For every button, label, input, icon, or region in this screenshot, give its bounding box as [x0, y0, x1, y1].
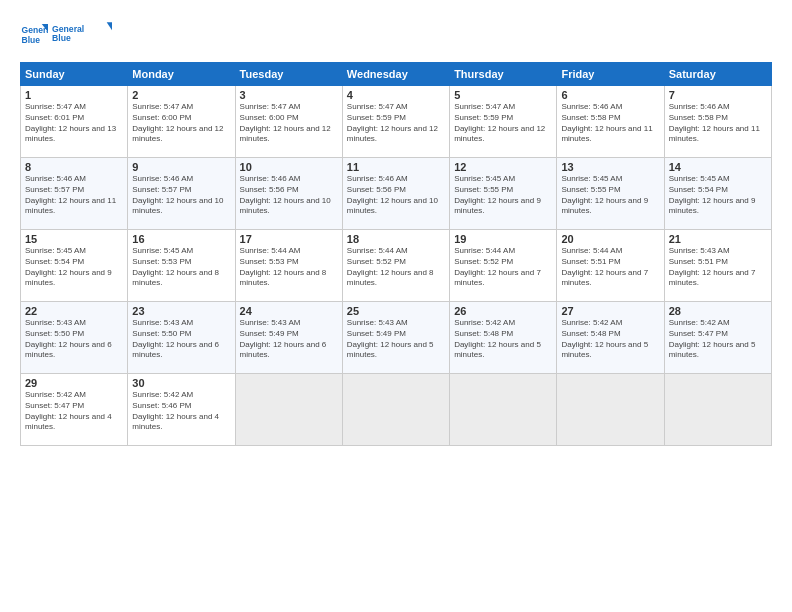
- calendar-cell: 27Sunrise: 5:42 AMSunset: 5:48 PMDayligh…: [557, 302, 664, 374]
- day-number: 20: [561, 233, 659, 245]
- calendar-cell: [664, 374, 771, 446]
- day-info: Sunrise: 5:46 AMSunset: 5:57 PMDaylight:…: [132, 174, 230, 217]
- calendar-cell: 9Sunrise: 5:46 AMSunset: 5:57 PMDaylight…: [128, 158, 235, 230]
- calendar-cell: 14Sunrise: 5:45 AMSunset: 5:54 PMDayligh…: [664, 158, 771, 230]
- day-info: Sunrise: 5:42 AMSunset: 5:46 PMDaylight:…: [132, 390, 230, 433]
- day-info: Sunrise: 5:45 AMSunset: 5:55 PMDaylight:…: [561, 174, 659, 217]
- calendar-cell: 20Sunrise: 5:44 AMSunset: 5:51 PMDayligh…: [557, 230, 664, 302]
- dow-header-friday: Friday: [557, 63, 664, 86]
- calendar-cell: 30Sunrise: 5:42 AMSunset: 5:46 PMDayligh…: [128, 374, 235, 446]
- svg-text:General: General: [22, 25, 48, 35]
- calendar-cell: 8Sunrise: 5:46 AMSunset: 5:57 PMDaylight…: [21, 158, 128, 230]
- calendar-cell: 19Sunrise: 5:44 AMSunset: 5:52 PMDayligh…: [450, 230, 557, 302]
- day-number: 4: [347, 89, 445, 101]
- svg-text:Blue: Blue: [22, 35, 41, 45]
- day-number: 11: [347, 161, 445, 173]
- day-number: 26: [454, 305, 552, 317]
- dow-header-monday: Monday: [128, 63, 235, 86]
- day-number: 8: [25, 161, 123, 173]
- calendar-cell: 13Sunrise: 5:45 AMSunset: 5:55 PMDayligh…: [557, 158, 664, 230]
- calendar-cell: 5Sunrise: 5:47 AMSunset: 5:59 PMDaylight…: [450, 86, 557, 158]
- calendar-cell: [342, 374, 449, 446]
- day-number: 12: [454, 161, 552, 173]
- calendar-cell: 22Sunrise: 5:43 AMSunset: 5:50 PMDayligh…: [21, 302, 128, 374]
- day-number: 19: [454, 233, 552, 245]
- calendar-cell: 25Sunrise: 5:43 AMSunset: 5:49 PMDayligh…: [342, 302, 449, 374]
- calendar-cell: 10Sunrise: 5:46 AMSunset: 5:56 PMDayligh…: [235, 158, 342, 230]
- day-info: Sunrise: 5:47 AMSunset: 6:00 PMDaylight:…: [132, 102, 230, 145]
- calendar-cell: 29Sunrise: 5:42 AMSunset: 5:47 PMDayligh…: [21, 374, 128, 446]
- svg-text:Blue: Blue: [52, 33, 71, 43]
- day-info: Sunrise: 5:42 AMSunset: 5:48 PMDaylight:…: [561, 318, 659, 361]
- day-info: Sunrise: 5:43 AMSunset: 5:50 PMDaylight:…: [132, 318, 230, 361]
- day-info: Sunrise: 5:47 AMSunset: 5:59 PMDaylight:…: [347, 102, 445, 145]
- calendar-cell: [235, 374, 342, 446]
- day-number: 24: [240, 305, 338, 317]
- dow-header-thursday: Thursday: [450, 63, 557, 86]
- calendar-cell: 3Sunrise: 5:47 AMSunset: 6:00 PMDaylight…: [235, 86, 342, 158]
- day-info: Sunrise: 5:46 AMSunset: 5:56 PMDaylight:…: [347, 174, 445, 217]
- day-number: 28: [669, 305, 767, 317]
- day-info: Sunrise: 5:46 AMSunset: 5:57 PMDaylight:…: [25, 174, 123, 217]
- day-number: 7: [669, 89, 767, 101]
- calendar-cell: 23Sunrise: 5:43 AMSunset: 5:50 PMDayligh…: [128, 302, 235, 374]
- dow-header-wednesday: Wednesday: [342, 63, 449, 86]
- day-info: Sunrise: 5:43 AMSunset: 5:49 PMDaylight:…: [347, 318, 445, 361]
- day-number: 16: [132, 233, 230, 245]
- day-number: 2: [132, 89, 230, 101]
- day-info: Sunrise: 5:44 AMSunset: 5:52 PMDaylight:…: [454, 246, 552, 289]
- calendar-cell: 11Sunrise: 5:46 AMSunset: 5:56 PMDayligh…: [342, 158, 449, 230]
- day-info: Sunrise: 5:43 AMSunset: 5:49 PMDaylight:…: [240, 318, 338, 361]
- day-info: Sunrise: 5:45 AMSunset: 5:53 PMDaylight:…: [132, 246, 230, 289]
- day-info: Sunrise: 5:46 AMSunset: 5:56 PMDaylight:…: [240, 174, 338, 217]
- calendar-cell: 21Sunrise: 5:43 AMSunset: 5:51 PMDayligh…: [664, 230, 771, 302]
- day-number: 13: [561, 161, 659, 173]
- day-number: 10: [240, 161, 338, 173]
- day-info: Sunrise: 5:47 AMSunset: 6:00 PMDaylight:…: [240, 102, 338, 145]
- calendar-cell: 1Sunrise: 5:47 AMSunset: 6:01 PMDaylight…: [21, 86, 128, 158]
- day-info: Sunrise: 5:43 AMSunset: 5:51 PMDaylight:…: [669, 246, 767, 289]
- day-number: 18: [347, 233, 445, 245]
- day-number: 6: [561, 89, 659, 101]
- day-info: Sunrise: 5:44 AMSunset: 5:53 PMDaylight:…: [240, 246, 338, 289]
- day-info: Sunrise: 5:44 AMSunset: 5:52 PMDaylight:…: [347, 246, 445, 289]
- day-number: 23: [132, 305, 230, 317]
- calendar-cell: 28Sunrise: 5:42 AMSunset: 5:47 PMDayligh…: [664, 302, 771, 374]
- svg-text:General: General: [52, 24, 84, 34]
- day-number: 30: [132, 377, 230, 389]
- calendar-cell: 18Sunrise: 5:44 AMSunset: 5:52 PMDayligh…: [342, 230, 449, 302]
- calendar-cell: 2Sunrise: 5:47 AMSunset: 6:00 PMDaylight…: [128, 86, 235, 158]
- day-info: Sunrise: 5:47 AMSunset: 6:01 PMDaylight:…: [25, 102, 123, 145]
- day-info: Sunrise: 5:42 AMSunset: 5:47 PMDaylight:…: [669, 318, 767, 361]
- day-info: Sunrise: 5:42 AMSunset: 5:48 PMDaylight:…: [454, 318, 552, 361]
- calendar-cell: [557, 374, 664, 446]
- dow-header-tuesday: Tuesday: [235, 63, 342, 86]
- day-info: Sunrise: 5:47 AMSunset: 5:59 PMDaylight:…: [454, 102, 552, 145]
- calendar-cell: 24Sunrise: 5:43 AMSunset: 5:49 PMDayligh…: [235, 302, 342, 374]
- day-number: 3: [240, 89, 338, 101]
- calendar-cell: 6Sunrise: 5:46 AMSunset: 5:58 PMDaylight…: [557, 86, 664, 158]
- day-info: Sunrise: 5:45 AMSunset: 5:54 PMDaylight:…: [669, 174, 767, 217]
- dow-header-sunday: Sunday: [21, 63, 128, 86]
- calendar-cell: 4Sunrise: 5:47 AMSunset: 5:59 PMDaylight…: [342, 86, 449, 158]
- day-number: 15: [25, 233, 123, 245]
- calendar-cell: 17Sunrise: 5:44 AMSunset: 5:53 PMDayligh…: [235, 230, 342, 302]
- calendar-table: SundayMondayTuesdayWednesdayThursdayFrid…: [20, 62, 772, 446]
- day-number: 25: [347, 305, 445, 317]
- calendar-cell: 7Sunrise: 5:46 AMSunset: 5:58 PMDaylight…: [664, 86, 771, 158]
- day-info: Sunrise: 5:44 AMSunset: 5:51 PMDaylight:…: [561, 246, 659, 289]
- day-number: 27: [561, 305, 659, 317]
- day-info: Sunrise: 5:45 AMSunset: 5:55 PMDaylight:…: [454, 174, 552, 217]
- day-number: 17: [240, 233, 338, 245]
- day-number: 1: [25, 89, 123, 101]
- day-number: 22: [25, 305, 123, 317]
- day-info: Sunrise: 5:46 AMSunset: 5:58 PMDaylight:…: [561, 102, 659, 145]
- calendar-cell: 15Sunrise: 5:45 AMSunset: 5:54 PMDayligh…: [21, 230, 128, 302]
- day-info: Sunrise: 5:46 AMSunset: 5:58 PMDaylight:…: [669, 102, 767, 145]
- day-number: 9: [132, 161, 230, 173]
- day-number: 5: [454, 89, 552, 101]
- svg-marker-5: [107, 22, 112, 30]
- calendar-cell: 26Sunrise: 5:42 AMSunset: 5:48 PMDayligh…: [450, 302, 557, 374]
- day-info: Sunrise: 5:43 AMSunset: 5:50 PMDaylight:…: [25, 318, 123, 361]
- day-number: 21: [669, 233, 767, 245]
